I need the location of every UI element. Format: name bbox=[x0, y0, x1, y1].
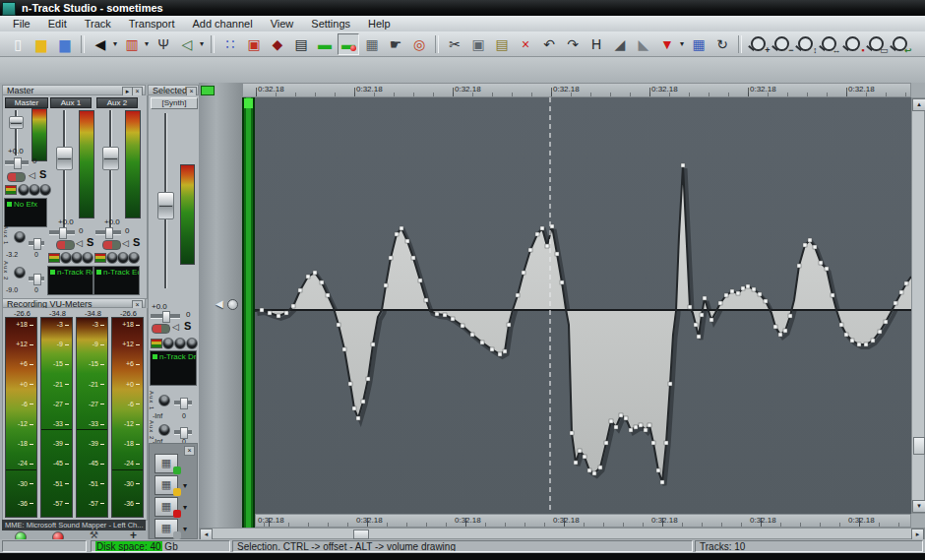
wave-control-point[interactable] bbox=[480, 341, 484, 344]
scroll-down-icon[interactable]: ▾ bbox=[912, 500, 925, 513]
speaker-icon[interactable]: ◁ bbox=[122, 238, 129, 248]
wave-control-point[interactable] bbox=[570, 431, 574, 435]
aux2-mute-toggle[interactable] bbox=[102, 240, 121, 250]
aux1-strip-header[interactable]: Aux 1 bbox=[50, 97, 92, 108]
wave-control-point[interactable] bbox=[356, 416, 360, 420]
wave-control-point[interactable] bbox=[592, 471, 596, 475]
aux2-fader-thumb[interactable] bbox=[102, 147, 119, 170]
wave-control-point[interactable] bbox=[342, 347, 346, 351]
zoom-in-icon[interactable]: + bbox=[747, 33, 769, 55]
wave-control-point[interactable] bbox=[864, 342, 868, 346]
wave-control-point[interactable] bbox=[578, 449, 582, 453]
wave-control-point[interactable] bbox=[291, 304, 295, 308]
scroll-up-icon[interactable]: ▴ bbox=[912, 98, 925, 111]
wave-control-point[interactable] bbox=[736, 291, 740, 295]
aux1-send-pan[interactable] bbox=[29, 241, 44, 246]
wave-control-point[interactable] bbox=[587, 468, 591, 472]
wave-control-point[interactable] bbox=[813, 245, 817, 249]
loop-icon[interactable]: ↻ bbox=[711, 33, 733, 55]
horizontal-scroll-thumb[interactable] bbox=[353, 529, 369, 539]
playlist-icon[interactable]: ▤ bbox=[290, 33, 312, 55]
wave-control-point[interactable] bbox=[700, 313, 704, 317]
wave-control-point[interactable] bbox=[574, 461, 578, 465]
wave-control-point[interactable] bbox=[839, 323, 843, 327]
collapse-left-icon[interactable]: ◀ bbox=[216, 298, 223, 309]
track-tool-record-icon[interactable]: ▦ bbox=[154, 454, 178, 473]
wave-control-point[interactable] bbox=[741, 286, 745, 290]
save-icon[interactable]: ▆ bbox=[54, 33, 76, 55]
wave-control-point[interactable] bbox=[366, 377, 370, 381]
wave-control-point[interactable] bbox=[773, 325, 777, 329]
speaker-icon[interactable]: ◁ bbox=[172, 322, 179, 332]
grid-snap-icon[interactable]: ▦ bbox=[688, 33, 709, 55]
wave-control-point[interactable] bbox=[405, 239, 409, 243]
new-file-icon[interactable]: ▯ bbox=[7, 33, 29, 55]
track-status-led[interactable] bbox=[201, 86, 215, 95]
selected-fx-box[interactable]: n-Track Dru bbox=[150, 350, 197, 386]
wave-control-point[interactable] bbox=[268, 311, 272, 315]
wave-control-point[interactable] bbox=[490, 347, 494, 351]
vu-panel-titlebar[interactable]: Recording VU-Meters × bbox=[2, 298, 146, 308]
wave-control-point[interactable] bbox=[629, 428, 633, 432]
wave-control-point[interactable] bbox=[718, 301, 722, 305]
wave-control-point[interactable] bbox=[681, 163, 685, 167]
menu-settings[interactable]: Settings bbox=[304, 16, 357, 31]
wave-control-point[interactable] bbox=[797, 264, 801, 268]
wave-control-point[interactable] bbox=[644, 428, 648, 432]
wave-control-point[interactable] bbox=[320, 280, 324, 284]
selected-panel-titlebar[interactable]: Selected × bbox=[148, 85, 199, 95]
menu-file[interactable]: File bbox=[6, 16, 37, 31]
metronome-icon[interactable]: ◆ bbox=[267, 33, 288, 55]
wave-control-point[interactable] bbox=[260, 308, 264, 312]
wave-control-point[interactable] bbox=[498, 352, 502, 356]
wave-control-point[interactable] bbox=[758, 292, 762, 296]
wave-control-point[interactable] bbox=[277, 314, 280, 318]
wave-control-point[interactable] bbox=[688, 305, 692, 309]
wave-control-point[interactable] bbox=[899, 290, 903, 294]
zoom-all-icon[interactable]: ▭ bbox=[865, 33, 887, 55]
wave-control-point[interactable] bbox=[884, 320, 888, 324]
selected-mute-toggle[interactable] bbox=[152, 324, 170, 334]
aux2-knob[interactable] bbox=[128, 252, 140, 264]
track-tool-io-icon[interactable]: ▦ bbox=[154, 497, 178, 517]
menu-track[interactable]: Track bbox=[78, 16, 118, 31]
wave-control-point[interactable] bbox=[503, 349, 507, 353]
wave-control-point[interactable] bbox=[284, 311, 288, 315]
timeline-ruler-top[interactable]: 0:32.180:32.180:32.180:32.180:32.180:32.… bbox=[242, 83, 911, 97]
wave-control-point[interactable] bbox=[697, 335, 701, 339]
wave-control-point[interactable] bbox=[384, 283, 388, 287]
speaker-icon[interactable]: ◁ bbox=[29, 170, 35, 180]
copy-icon[interactable]: ▣ bbox=[467, 33, 489, 55]
chevron-down-icon[interactable]: ▾ bbox=[183, 503, 187, 512]
chevron-down-icon[interactable]: ▾ bbox=[183, 525, 187, 533]
wave-control-point[interactable] bbox=[894, 301, 897, 305]
aux1-knob[interactable] bbox=[82, 252, 93, 264]
wave-control-point[interactable] bbox=[660, 480, 664, 484]
volume-draw-icon[interactable]: ◀▾ bbox=[90, 33, 111, 55]
wave-control-point[interactable] bbox=[389, 256, 393, 260]
aux2-strip-header[interactable]: Aux 2 bbox=[96, 97, 138, 108]
wave-control-point[interactable] bbox=[850, 339, 854, 342]
timeline-ruler-bottom[interactable]: 0:32.180:32.180:32.180:32.180:32.180:32.… bbox=[255, 514, 911, 528]
open-folder-icon[interactable]: ▆ bbox=[31, 33, 52, 55]
wave-control-point[interactable] bbox=[528, 248, 532, 252]
redo-icon[interactable]: ↷ bbox=[562, 33, 584, 55]
aux1-fader-thumb[interactable] bbox=[56, 147, 73, 170]
selected-pan-slider[interactable] bbox=[151, 314, 180, 319]
fade-in-icon[interactable]: ◢ bbox=[609, 33, 631, 55]
add-audio-track-icon[interactable]: ▬ bbox=[314, 33, 336, 55]
wave-control-point[interactable] bbox=[694, 323, 698, 327]
wave-control-point[interactable] bbox=[857, 342, 861, 346]
wave-control-point[interactable] bbox=[808, 238, 812, 242]
fade-out-icon[interactable]: ◣ bbox=[633, 33, 654, 55]
wave-control-point[interactable] bbox=[604, 441, 608, 445]
wave-control-point[interactable] bbox=[583, 455, 586, 459]
wave-control-point[interactable] bbox=[326, 293, 330, 297]
wave-control-point[interactable] bbox=[788, 314, 792, 318]
aux2-pan-slider[interactable] bbox=[95, 230, 121, 235]
vertical-scrollbar[interactable]: ▴ ▾ bbox=[911, 97, 925, 514]
wave-control-point[interactable] bbox=[545, 244, 549, 248]
track-tool-misc-icon[interactable]: ▦ bbox=[154, 519, 178, 538]
wave-control-point[interactable] bbox=[598, 466, 602, 469]
wave-control-point[interactable] bbox=[764, 299, 768, 303]
